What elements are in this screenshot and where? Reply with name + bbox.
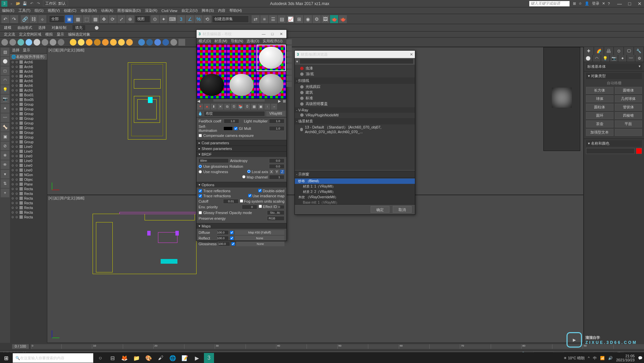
- axis-x[interactable]: X: [269, 170, 273, 174]
- layers-button[interactable]: ☰: [269, 15, 277, 23]
- workspace-selector[interactable]: 工作区: 默认: [43, 1, 68, 6]
- pick-material-icon[interactable]: 💧: [198, 111, 203, 116]
- vray-icon[interactable]: [178, 39, 185, 46]
- mapchannel-spinner[interactable]: 1: [269, 175, 284, 179]
- rollout-options[interactable]: ▾ Options: [197, 182, 286, 188]
- diffuse-map-button[interactable]: Map #30 (Falloff): [235, 230, 284, 235]
- menu-edit[interactable]: 编辑(E): [2, 8, 14, 13]
- create-button[interactable]: 加强型文本: [586, 129, 613, 136]
- manipulate-button[interactable]: ✦: [160, 15, 168, 23]
- create-button[interactable]: 四棱锥: [615, 112, 642, 119]
- menu-create[interactable]: 创建(C): [64, 8, 76, 13]
- light-icon[interactable]: [118, 39, 125, 46]
- explorer-item[interactable]: ⊙⊙Group: [10, 125, 47, 130]
- qat-new-icon[interactable]: ▫: [9, 1, 14, 6]
- create-button[interactable]: 管状体: [615, 104, 642, 111]
- localaxis-radio[interactable]: [247, 170, 251, 173]
- login-label[interactable]: 登录: [592, 1, 599, 6]
- cmd-tab-utilities[interactable]: 🔧: [634, 47, 644, 55]
- explorer-item[interactable]: ⊙⊙Arch6: [10, 69, 47, 74]
- move-button[interactable]: ✥: [100, 15, 108, 23]
- ribbon-defineidle[interactable]: 定义空闲区域: [19, 32, 41, 37]
- placement-button[interactable]: ⊕: [126, 15, 134, 23]
- mat-menu-nav[interactable]: 导航(N): [231, 39, 243, 44]
- taskbar-search[interactable]: 🔍 在这里输入你要搜索的内容: [13, 353, 93, 363]
- redo-button[interactable]: ↷: [10, 15, 18, 23]
- select-object-button[interactable]: ▣: [65, 15, 73, 23]
- cmd-tab-hierarchy[interactable]: 品: [604, 47, 614, 55]
- create-button[interactable]: 平面: [615, 120, 642, 127]
- ribbon-editsel[interactable]: 编辑选定对象: [68, 32, 90, 37]
- mirror-button[interactable]: ⇄: [252, 15, 260, 23]
- qat-redo-icon[interactable]: ↷: [36, 1, 41, 6]
- axis-z[interactable]: Z: [280, 170, 284, 174]
- spinner-snap-button[interactable]: ⟲: [203, 15, 211, 23]
- tree-item[interactable]: 光线跟踪: [295, 84, 415, 90]
- effectid-spinner[interactable]: 0: [278, 205, 284, 209]
- obj-icon[interactable]: [42, 39, 48, 46]
- light-icon[interactable]: [94, 39, 101, 46]
- explorer-item[interactable]: ⊙⊙Group: [10, 102, 47, 107]
- vray-icon[interactable]: [162, 39, 169, 46]
- menu-scripting[interactable]: 脚本(S): [202, 8, 214, 13]
- explorer-item[interactable]: ⊙⊙Recta: [10, 210, 47, 215]
- explorer-item[interactable]: ⊙⊙Group: [10, 140, 47, 144]
- cmd-sub-space[interactable]: 〰: [627, 55, 636, 62]
- object-color-swatch[interactable]: [636, 148, 642, 154]
- explorer-icon[interactable]: 📁: [131, 353, 142, 363]
- explorer-item[interactable]: ⊙⊙Arch6: [10, 64, 47, 69]
- sample-item[interactable]: Base mtl: 1（VRayMtl）: [295, 200, 415, 204]
- ribbon-simulate[interactable]: 模拟: [45, 32, 53, 37]
- material-id-icon[interactable]: 0: [244, 104, 250, 110]
- filter-group-button[interactable]: ▣: [1, 132, 9, 141]
- rollout-brdf[interactable]: ▾ BRDF: [197, 152, 286, 157]
- minimize-button[interactable]: —: [616, 1, 623, 6]
- viewport-left[interactable]: [+] [左] [用户定义] [线框]: [47, 195, 584, 343]
- explorer-sort-header[interactable]: 🌐 名称(按升序排序): [10, 54, 47, 60]
- material-slot[interactable]: [227, 72, 256, 98]
- create-button[interactable]: 茶壶: [586, 120, 613, 127]
- render-production-button[interactable]: 🫖: [339, 15, 347, 23]
- anisotropy-spinner[interactable]: 0.0: [269, 158, 284, 163]
- gloss-amount[interactable]: 100.0: [218, 242, 230, 246]
- tray-date[interactable]: 2021/10/23: [616, 358, 635, 362]
- scale-button[interactable]: ⤢: [117, 15, 125, 23]
- close-button[interactable]: ✕: [278, 32, 284, 36]
- ribbon-populate[interactable]: 填充: [72, 25, 85, 30]
- explorer-item[interactable]: ⊙⊙Arch6: [10, 74, 47, 79]
- unlink-button[interactable]: ⛓: [30, 15, 38, 23]
- mat-menu-mode[interactable]: 模式(D): [199, 39, 211, 44]
- ribbon-selection[interactable]: 选择: [38, 25, 46, 30]
- cancel-button[interactable]: 取消: [393, 206, 412, 213]
- mult-spinner[interactable]: 1.0: [269, 126, 284, 131]
- rollout-objecttype[interactable]: ▾ 对象类型: [586, 73, 642, 79]
- close-button[interactable]: ✕: [410, 52, 413, 57]
- tree-category[interactable]: - V-Ray: [295, 107, 415, 113]
- time-slider[interactable]: 0 / 100 0102030405060708090100: [10, 343, 644, 350]
- material-editor-button[interactable]: ◉: [304, 15, 312, 23]
- obj-icon[interactable]: [17, 39, 24, 46]
- filter-xref-button[interactable]: ⊘: [1, 142, 9, 150]
- doublesided-check[interactable]: [258, 189, 262, 192]
- schematic-view-button[interactable]: ⊞: [295, 15, 303, 23]
- app-logo-icon[interactable]: 3: [1, 1, 7, 7]
- align-button[interactable]: ≡: [260, 15, 268, 23]
- background-icon[interactable]: [286, 51, 292, 57]
- sample-type-icon[interactable]: [286, 39, 292, 45]
- cutoff-spinner[interactable]: 0.01: [223, 199, 238, 204]
- firefox-icon[interactable]: 🦊: [119, 353, 129, 363]
- 3dsmax-taskbar-icon[interactable]: 3: [204, 353, 214, 363]
- explorer-item[interactable]: ⊙⊙Group: [10, 130, 47, 135]
- obj-icon[interactable]: [1, 39, 8, 46]
- cmd-sub-geom[interactable]: ⚪: [584, 55, 593, 62]
- filter-frozen-button[interactable]: ❄: [1, 151, 9, 160]
- close-button[interactable]: ✕: [637, 1, 643, 6]
- filter-helper-button[interactable]: ✦: [1, 104, 9, 113]
- mapchannel-radio[interactable]: [242, 175, 246, 178]
- mat-menu-util[interactable]: 实用程序(U): [263, 39, 282, 44]
- create-button[interactable]: 长方体: [586, 87, 613, 94]
- material-slot-active[interactable]: [257, 45, 286, 71]
- maximize-button[interactable]: □: [269, 32, 276, 36]
- create-button[interactable]: 几何球体: [615, 95, 642, 102]
- taskview-icon[interactable]: ⊟: [107, 353, 117, 363]
